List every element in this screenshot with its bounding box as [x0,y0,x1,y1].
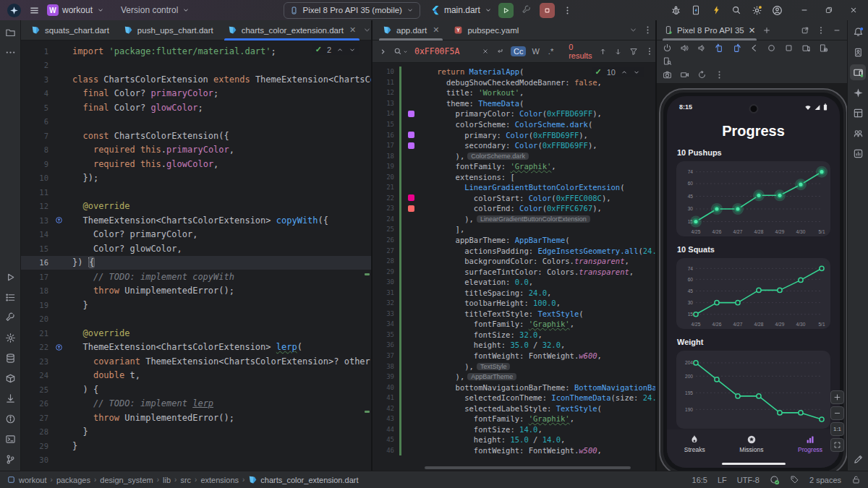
app-quality-insights-icon[interactable] [850,145,866,161]
zoom-fit-icon[interactable] [830,438,844,452]
clear-search-icon[interactable] [482,48,489,55]
find-toggle-.*[interactable]: .* [545,46,556,56]
color-swatch[interactable] [408,111,414,117]
problems-icon[interactable] [2,411,18,427]
home-icon[interactable] [765,42,778,54]
run-button[interactable] [498,3,514,18]
filter-search-icon[interactable] [629,47,638,56]
expand-find-icon[interactable] [379,48,387,56]
project-selector[interactable]: W workout [47,3,105,17]
device-selector[interactable]: Pixel 8 Pro API 35 (mobile) [284,2,420,19]
inspection-widget[interactable]: ✓ 10 [592,67,644,77]
search-input[interactable]: 0xFF00F5A [414,46,475,56]
caret-position[interactable]: 16:5 [692,476,707,484]
debug-icon[interactable] [668,3,683,17]
left-code-editor[interactable]: ✓ 2 1import 'package:flutter/material.da… [21,40,371,471]
breadcrumb-item[interactable]: src [180,476,191,484]
breadcrumb[interactable]: workout›packages›design_system›lib›src›e… [19,475,358,484]
color-swatch[interactable] [408,132,414,138]
left-tab-1[interactable]: push_ups_chart.dart [116,21,221,40]
newline-icon[interactable] [495,47,504,56]
breadcrumb-item[interactable]: charts_color_extension.dart [248,475,358,484]
device-tab[interactable]: Pixel 8 Pro API 35 ✕ [663,21,757,40]
reset-icon[interactable] [696,69,708,81]
restore-window-icon[interactable] [822,3,836,17]
volume-down-icon[interactable] [696,42,708,54]
version-control-icon[interactable] [2,451,18,467]
tag-icon[interactable] [790,475,799,484]
device-snapshot-icon[interactable] [800,42,812,54]
logcat-pencil-icon[interactable] [850,451,866,467]
more-actions-icon[interactable] [561,3,575,17]
rotate-right-icon[interactable] [731,42,743,54]
file-encoding[interactable]: UTF-8 [737,476,760,484]
find-toggle-Cc[interactable]: Cc [511,46,526,56]
gemini-icon[interactable] [850,85,866,100]
menu-icon[interactable] [27,3,41,17]
color-swatch[interactable] [408,205,414,212]
left-tab-0[interactable]: squats_chart.dart [24,21,116,40]
close-tab-icon[interactable]: ✕ [349,25,356,35]
more-tool-windows-icon[interactable] [2,44,18,60]
stop-button[interactable] [540,3,555,18]
more-options-icon[interactable] [645,47,654,56]
device-explorer-icon[interactable] [2,350,18,366]
vcs-selector[interactable]: Version control [121,3,190,17]
search-everywhere-icon[interactable] [729,3,744,17]
project-folder-icon[interactable] [2,24,18,40]
open-in-window-icon[interactable] [801,26,809,35]
lock-icon[interactable] [851,475,861,484]
next-occurrence-icon[interactable] [614,48,622,56]
hide-panel-icon[interactable] [833,26,841,35]
home-indicator[interactable] [722,463,786,466]
nav-item-streaks[interactable]: Streaks [684,435,705,453]
color-swatch[interactable] [408,194,414,201]
rotate-left-icon[interactable] [713,42,726,54]
minimize-window-icon[interactable] [797,3,812,17]
running-devices-icon[interactable] [850,64,866,80]
run-tool-icon[interactable] [2,269,18,285]
device-more-icon[interactable] [713,69,726,81]
breadcrumb-item[interactable]: packages [56,476,90,484]
indent-setting[interactable]: 2 spaces [809,476,841,484]
dependencies-icon[interactable] [2,370,18,386]
structure-tool-icon[interactable] [2,289,18,305]
zoom-reset-label[interactable]: 1:1 [830,422,844,436]
add-device-tab-icon[interactable] [762,26,771,35]
close-window-icon[interactable] [846,3,861,17]
breadcrumb-item[interactable]: extensions [200,476,239,484]
analyzer-status-icon[interactable] [770,475,780,485]
nav-item-missions[interactable]: Missions [739,435,763,453]
breadcrumb-item[interactable]: lib [163,476,171,484]
breadcrumb-item[interactable]: design_system [100,476,153,484]
volume-up-icon[interactable] [678,42,691,54]
notifications-icon[interactable] [850,24,866,40]
terminal-icon[interactable] [2,431,18,447]
hot-reload-icon[interactable] [709,3,723,17]
horizontal-scrollbar[interactable] [425,466,631,469]
close-tab-icon[interactable]: ✕ [749,25,756,35]
color-swatch[interactable] [408,142,414,149]
tab-options-icon[interactable] [643,25,652,35]
device-search-icon[interactable] [661,55,673,67]
previous-occurrence-icon[interactable] [599,48,607,56]
inspection-widget[interactable]: ✓ 2 [312,44,359,55]
attach-debugger-icon[interactable] [689,3,703,17]
search-icon[interactable] [393,47,408,56]
app-inspection-icon[interactable] [2,390,18,406]
phone-screen[interactable]: 8:15 Progress 10 Pushups74604530154/254/… [667,96,840,468]
settings-icon[interactable] [749,3,764,17]
panel-options-icon[interactable] [817,26,825,35]
run-configuration[interactable]: main.dart [430,3,493,17]
ai-assistant-icon[interactable] [850,44,866,60]
build-tool-icon[interactable] [2,309,18,325]
tab-list-icon[interactable] [363,26,371,34]
zoom-in-icon[interactable] [830,390,844,404]
left-tab-2[interactable]: charts_color_extension.dart✕ [221,21,364,40]
right-tab-1[interactable]: Ypubspec.yaml [446,21,526,40]
right-tab-0[interactable]: app.dart✕ [375,21,446,40]
device-power-icon[interactable] [661,42,673,54]
breadcrumb-item[interactable]: workout [19,476,47,484]
nav-item-progress[interactable]: Progress [798,435,822,453]
profiler-icon[interactable] [850,125,866,141]
